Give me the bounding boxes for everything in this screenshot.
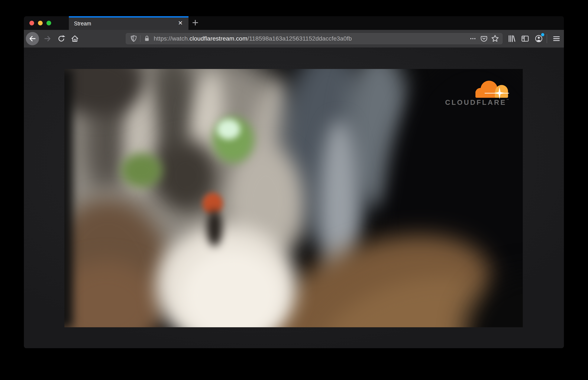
close-window-button[interactable]	[29, 21, 34, 25]
home-icon	[70, 34, 79, 43]
new-tab-button[interactable]: +	[190, 18, 201, 29]
reload-button[interactable]	[55, 32, 68, 45]
library-icon	[507, 34, 516, 43]
plus-icon: +	[192, 17, 198, 29]
desktop-background: Stream ✕ +	[0, 0, 588, 380]
back-arrow-icon	[28, 35, 36, 43]
sidebar-toggle-button[interactable]	[519, 33, 531, 45]
video-blur-cat-eye-left	[121, 153, 162, 188]
star-icon	[491, 35, 499, 43]
hamburger-menu-icon	[552, 34, 561, 43]
browser-window: Stream ✕ +	[24, 16, 564, 348]
url-divider	[140, 35, 140, 42]
page-content: CLOUDFLARE™	[24, 48, 564, 348]
forward-arrow-icon	[43, 35, 52, 43]
fullscreen-window-button[interactable]	[47, 21, 51, 25]
ellipsis-icon	[469, 35, 477, 42]
minimize-window-button[interactable]	[38, 21, 43, 25]
video-blur-left-edge	[64, 69, 73, 327]
tab-title: Stream	[74, 16, 91, 30]
page-actions-button[interactable]	[467, 34, 478, 43]
app-menu-button[interactable]	[551, 33, 562, 45]
toolbar-separator	[547, 34, 547, 43]
back-button[interactable]	[26, 32, 39, 45]
window-controls	[24, 16, 69, 30]
save-to-pocket-button[interactable]	[478, 34, 489, 43]
wordmark-text: CLOUDFLARE	[445, 98, 506, 106]
trademark-symbol: ™	[506, 98, 509, 101]
reload-icon	[57, 35, 66, 43]
library-button[interactable]	[506, 33, 518, 45]
pocket-icon	[480, 35, 488, 42]
bookmark-star-button[interactable]	[489, 34, 501, 43]
video-player[interactable]: CLOUDFLARE™	[64, 69, 523, 327]
url-path: /118598a163a125631152ddaccfe3a0fb	[247, 35, 352, 42]
cloud-base-right	[495, 91, 508, 98]
account-notification-dot	[541, 33, 544, 36]
cloudflare-cloud-logo	[475, 82, 508, 98]
video-blur-eye-highlight	[217, 119, 240, 139]
navigation-toolbar: https://watch.cloudflarestream.com/11859…	[24, 30, 564, 48]
tab-close-icon[interactable]: ✕	[176, 19, 184, 27]
cloudflare-wordmark: CLOUDFLARE™	[441, 98, 513, 107]
tab-bar: Stream ✕ +	[24, 16, 564, 30]
forward-button[interactable]	[41, 32, 54, 45]
video-blur-cat-mouth	[207, 210, 222, 246]
url-bar[interactable]: https://watch.cloudflarestream.com/11859…	[126, 33, 502, 44]
tracking-protection-shield-icon[interactable]	[129, 34, 138, 43]
home-button[interactable]	[68, 32, 81, 45]
sidebar-icon	[521, 34, 529, 43]
tab-stream[interactable]: Stream ✕	[69, 16, 189, 30]
account-button[interactable]	[533, 33, 545, 45]
url-domain: cloudflarestream.com	[190, 35, 247, 42]
url-scheme-subdomain: https://watch.	[154, 35, 190, 42]
url-text: https://watch.cloudflarestream.com/11859…	[154, 35, 352, 42]
lock-icon[interactable]	[142, 34, 152, 43]
